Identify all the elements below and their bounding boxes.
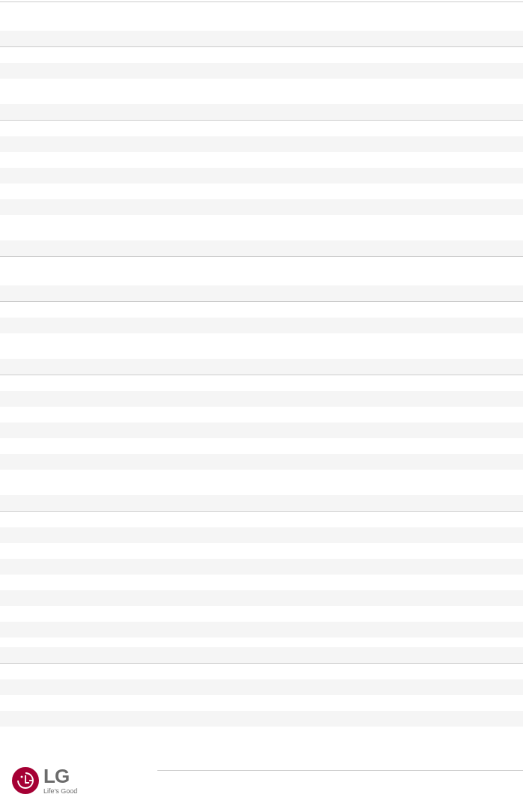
skeleton-row [0, 622, 523, 637]
skeleton-row [0, 391, 523, 407]
skeleton-row [0, 199, 523, 215]
skeleton-spacer [0, 47, 523, 63]
skeleton-row [0, 240, 523, 256]
lg-logo-icon [12, 767, 39, 794]
skeleton-spacer [0, 695, 523, 711]
lg-logo-text-block: LG Life's Good [43, 766, 77, 795]
skeleton-row [0, 647, 523, 663]
skeleton-row [0, 31, 523, 46]
skeleton-spacer [0, 438, 523, 454]
skeleton-spacer [0, 257, 523, 285]
footer: LG Life's Good [0, 749, 523, 812]
svg-point-0 [21, 776, 23, 778]
skeleton-row [0, 63, 523, 79]
skeleton-row [0, 168, 523, 184]
skeleton-spacer [0, 152, 523, 168]
skeleton-row [0, 136, 523, 152]
lg-brand-text: LG [43, 766, 77, 786]
skeleton-spacer [0, 333, 523, 359]
footer-divider [157, 770, 523, 771]
skeleton-spacer [0, 543, 523, 559]
skeleton-spacer [0, 215, 523, 240]
skeleton-row [0, 711, 523, 727]
lg-tagline: Life's Good [43, 787, 77, 795]
skeleton-row [0, 495, 523, 511]
skeleton-row [0, 104, 523, 120]
skeleton-row [0, 590, 523, 606]
skeleton-spacer [0, 79, 523, 104]
skeleton-spacer [0, 512, 523, 527]
skeleton-row [0, 285, 523, 301]
skeleton-row [0, 527, 523, 543]
skeleton-row [0, 318, 523, 333]
skeleton-spacer [0, 407, 523, 422]
lg-logo[interactable]: LG Life's Good [12, 766, 77, 795]
skeleton-spacer [0, 121, 523, 136]
skeleton-spacer [0, 470, 523, 495]
skeleton-row [0, 422, 523, 438]
skeleton-row [0, 559, 523, 575]
skeleton-row [0, 454, 523, 470]
skeleton-content-area [0, 0, 523, 749]
skeleton-spacer [0, 637, 523, 647]
skeleton-spacer [0, 664, 523, 679]
skeleton-spacer [0, 2, 523, 31]
skeleton-spacer [0, 606, 523, 622]
skeleton-row [0, 359, 523, 375]
skeleton-spacer [0, 575, 523, 590]
skeleton-spacer [0, 375, 523, 391]
skeleton-row [0, 679, 523, 695]
skeleton-spacer [0, 184, 523, 199]
skeleton-spacer [0, 302, 523, 318]
